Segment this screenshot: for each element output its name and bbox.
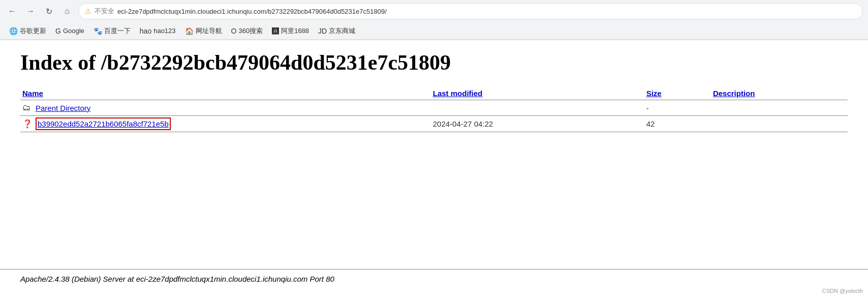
bookmark-icon: G bbox=[55, 27, 61, 35]
bookmark-icon: hao bbox=[140, 27, 151, 35]
browser-chrome: ← → ↻ ⌂ ⚠ 不安全 eci-2ze7dpdfmclctuqx1min.c… bbox=[0, 0, 868, 40]
desc-sort-link[interactable]: Description bbox=[713, 89, 755, 98]
insecure-label: 不安全 bbox=[95, 7, 114, 16]
col-header-modified[interactable]: Last modified bbox=[431, 87, 644, 100]
bookmark-icon: 🌐 bbox=[9, 27, 18, 35]
table-cell-desc bbox=[711, 100, 848, 116]
size-sort-link[interactable]: Size bbox=[646, 89, 662, 98]
server-info: Apache/2.4.38 (Debian) Server at eci-2ze… bbox=[20, 275, 334, 283]
bookmark-item-wangzhi[interactable]: 🏠网址导航 bbox=[181, 25, 226, 37]
table-cell-name: ❓ b39902edd52a2721b6065fa8cf721e5b bbox=[20, 116, 431, 132]
directory-table: Name Last modified Size Description bbox=[20, 87, 848, 132]
watermark-text: CSDN @yolocth bbox=[822, 288, 863, 288]
file-icon: ❓ bbox=[22, 119, 33, 129]
table-row: ❓ b39902edd52a2721b6065fa8cf721e5b 2024-… bbox=[20, 116, 848, 132]
bookmark-item-chrome-update[interactable]: 🌐谷歌更新 bbox=[5, 25, 50, 37]
table-bottom-separator bbox=[20, 132, 848, 133]
security-warning-icon: ⚠ bbox=[85, 7, 91, 15]
file-link-wrapper: b39902edd52a2721b6065fa8cf721e5b bbox=[38, 119, 169, 128]
bookmark-label: 网址导航 bbox=[196, 26, 222, 36]
bookmark-item-ali1688[interactable]: 🅰阿里1688 bbox=[268, 25, 313, 37]
bookmark-item-google[interactable]: GGoogle bbox=[51, 25, 88, 37]
table-cell-modified bbox=[431, 100, 644, 116]
bookmark-icon: 🐾 bbox=[94, 27, 102, 35]
table-cell-modified: 2024-04-27 04:22 bbox=[431, 116, 644, 132]
name-sort-link[interactable]: Name bbox=[22, 89, 43, 98]
forward-button[interactable]: → bbox=[23, 4, 38, 18]
table-cell-desc bbox=[711, 116, 848, 132]
bookmark-label: 阿里1688 bbox=[281, 26, 309, 36]
table-row: 🗂 Parent Directory - bbox=[20, 100, 848, 116]
reload-button[interactable]: ↻ bbox=[42, 4, 56, 18]
bookmarks-bar: 🌐谷歌更新GGoogle🐾百度一下haohao123🏠网址导航O360搜索🅰阿里… bbox=[0, 22, 868, 40]
bookmark-label: 百度一下 bbox=[104, 26, 131, 36]
bookmark-label: 360搜索 bbox=[238, 26, 263, 36]
bookmark-icon: JD bbox=[318, 27, 327, 35]
bookmark-label: hao123 bbox=[153, 27, 175, 35]
bookmark-label: Google bbox=[63, 27, 84, 35]
col-header-size[interactable]: Size bbox=[644, 87, 711, 100]
bookmark-label: 谷歌更新 bbox=[20, 26, 46, 36]
bookmark-label: 京东商城 bbox=[329, 26, 355, 36]
bookmark-icon: 🏠 bbox=[185, 27, 194, 35]
bookmark-item-hao123[interactable]: haohao123 bbox=[136, 25, 180, 37]
page-title: Index of /b2732292bcb479064d0d5231e7c518… bbox=[20, 50, 848, 75]
bookmark-icon: 🅰 bbox=[272, 27, 279, 35]
back-button[interactable]: ← bbox=[5, 4, 19, 18]
bookmark-icon: O bbox=[231, 27, 237, 35]
url-text: eci-2ze7dpdfmclctuqx1min.cloudeci1.ichun… bbox=[117, 8, 856, 15]
table-cell-size: - bbox=[644, 100, 711, 116]
address-bar[interactable]: ⚠ 不安全 eci-2ze7dpdfmclctuqx1min.cloudeci1… bbox=[78, 3, 863, 19]
col-header-desc[interactable]: Description bbox=[711, 87, 848, 100]
parent-directory-link[interactable]: Parent Directory bbox=[36, 104, 90, 112]
server-footer: Apache/2.4.38 (Debian) Server at eci-2ze… bbox=[0, 269, 868, 288]
bookmark-item-jd[interactable]: JD京东商城 bbox=[314, 25, 359, 37]
file-link[interactable]: b39902edd52a2721b6065fa8cf721e5b bbox=[38, 119, 169, 128]
home-button[interactable]: ⌂ bbox=[60, 4, 74, 18]
nav-bar: ← → ↻ ⌂ ⚠ 不安全 eci-2ze7dpdfmclctuqx1min.c… bbox=[0, 0, 868, 22]
page-content: Index of /b2732292bcb479064d0d5231e7c518… bbox=[0, 40, 868, 269]
folder-icon: 🗂 bbox=[22, 103, 30, 112]
table-cell-name: 🗂 Parent Directory bbox=[20, 100, 431, 116]
bookmark-item-baidu[interactable]: 🐾百度一下 bbox=[89, 25, 135, 37]
col-header-name[interactable]: Name bbox=[20, 87, 431, 100]
csdn-watermark: CSDN @yolocth bbox=[822, 288, 863, 288]
modified-sort-link[interactable]: Last modified bbox=[433, 89, 483, 98]
bookmark-item-360[interactable]: O360搜索 bbox=[227, 25, 267, 37]
table-cell-size: 42 bbox=[644, 116, 711, 132]
